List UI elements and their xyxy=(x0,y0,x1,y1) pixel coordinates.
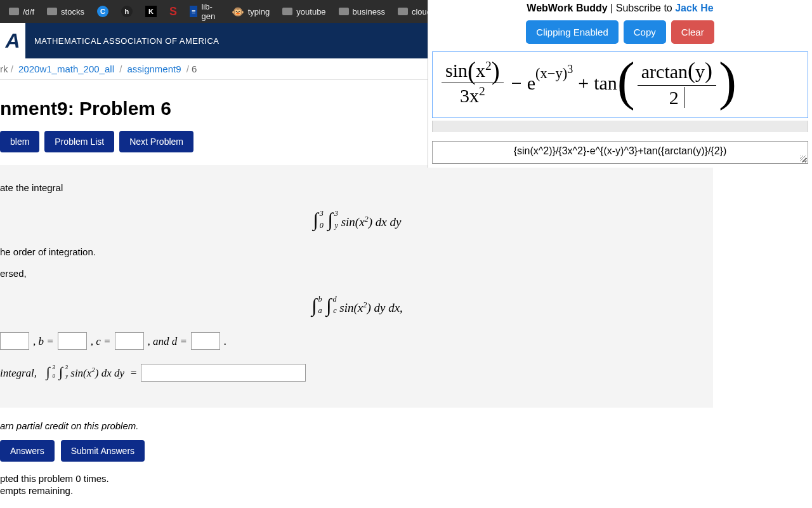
bookmark-c[interactable]: C xyxy=(92,3,114,20)
input-c[interactable] xyxy=(115,332,144,350)
site-icon: h xyxy=(121,6,133,17)
copy-button[interactable]: Copy xyxy=(624,20,666,44)
input-d[interactable] xyxy=(191,332,220,350)
code-text: {sin(x^2)}/{3x^2}-e^{(x-y)^3}+tan({arcta… xyxy=(514,145,727,156)
bookmark-label: youtube xyxy=(296,7,325,17)
bookmark-df[interactable]: /d/f xyxy=(4,4,39,19)
bookmark-k[interactable]: K xyxy=(140,3,162,20)
bookmark-label: /d/f xyxy=(23,7,34,17)
ext-title-rest: | Subscribe to xyxy=(608,3,675,13)
next-problem-button[interactable]: Next Problem xyxy=(119,131,193,152)
extension-title: WebWork Buddy | Subscribe to Jack He xyxy=(428,3,812,14)
clear-button[interactable]: Clear xyxy=(671,20,714,44)
bookmark-label: business xyxy=(353,7,385,17)
bounds-input-row: , b = , c = , and d = . xyxy=(0,332,713,350)
resize-bar[interactable] xyxy=(432,121,808,132)
prev-problem-button[interactable]: blem xyxy=(0,131,39,152)
math-integral-1: ∫30 ∫3y sin(x2) dx dy xyxy=(0,204,713,236)
partial-credit-note: arn partial credit on this problem. xyxy=(0,420,713,431)
breadcrumb-assignment[interactable]: assignment9 xyxy=(127,64,181,74)
breadcrumb-sep: / xyxy=(187,64,192,74)
bookmark-typing[interactable]: 🐵typing xyxy=(226,3,275,20)
folder-icon xyxy=(9,8,19,15)
maa-text: MATHEMATICAL ASSOCIATION OF AMERICA xyxy=(34,36,219,46)
maa-header: A MATHEMATICAL ASSOCIATION OF AMERICA xyxy=(0,23,428,58)
folder-icon xyxy=(339,8,349,15)
folder-icon xyxy=(47,8,57,15)
bookmark-label: typing xyxy=(248,7,270,17)
resize-handle-icon[interactable] xyxy=(800,156,806,162)
code-output[interactable]: {sin(x^2)}/{3x^2}-e^{(x-y)^3}+tan({arcta… xyxy=(432,141,808,164)
bookmarks-bar: /d/f stocks C h K S ≡lib-gen 🐵typing you… xyxy=(0,0,428,23)
problem-list-button[interactable]: Problem List xyxy=(44,131,114,152)
math-integral-2: ∫ba ∫dc sin(x2) dy dx, xyxy=(0,290,713,321)
math-preview: sin(x2)3x2 − e(x−y)3 + tan( arctan(y)2 ) xyxy=(432,51,808,118)
bookmark-stocks[interactable]: stocks xyxy=(42,4,89,19)
folder-icon xyxy=(282,8,292,15)
breadcrumb-sep: / xyxy=(119,64,124,74)
site-icon: ≡ xyxy=(190,6,198,17)
breadcrumb-sep: / xyxy=(11,64,16,74)
action-buttons: Answers Submit Answers xyxy=(0,440,713,462)
problem-box: ate the integral ∫30 ∫3y sin(x2) dx dy h… xyxy=(0,165,713,408)
monkey-icon: 🐵 xyxy=(232,6,244,18)
bookmark-label: lib-gen xyxy=(201,2,218,21)
ext-title-strong: WebWork Buddy xyxy=(527,3,607,13)
extension-buttons: Clipping Enabled Copy Clear xyxy=(428,20,812,44)
problem-text: ersed, xyxy=(0,266,713,281)
site-icon: S xyxy=(169,5,177,18)
submit-answers-button[interactable]: Submit Answers xyxy=(61,440,145,462)
integral-label: integral, ∫30 ∫3y sin(x2) dx dy = xyxy=(0,361,137,384)
label-dot: . xyxy=(224,333,226,350)
extension-header: WebWork Buddy | Subscribe to Jack He Cli… xyxy=(428,0,812,50)
site-icon: K xyxy=(145,6,157,17)
site-icon: C xyxy=(97,6,108,17)
maa-logo: A xyxy=(0,23,25,58)
attempts-line: empts remaining. xyxy=(0,485,713,496)
extension-panel: WebWork Buddy | Subscribe to Jack He Cli… xyxy=(428,0,812,168)
input-integral[interactable] xyxy=(141,364,306,382)
problem-text: ate the integral xyxy=(0,180,713,196)
bookmark-youtube[interactable]: youtube xyxy=(277,4,331,19)
input-a[interactable] xyxy=(0,332,29,350)
label-b: , b = xyxy=(33,333,54,350)
bookmark-libgen[interactable]: ≡lib-gen xyxy=(185,0,224,23)
breadcrumb-part: rk xyxy=(0,64,8,74)
bookmark-h[interactable]: h xyxy=(116,3,138,20)
breadcrumb-problem: 6 xyxy=(192,64,197,74)
folder-icon xyxy=(398,8,408,15)
bookmark-label: stocks xyxy=(61,7,84,17)
label-c: , c = xyxy=(91,333,111,350)
ext-title-link[interactable]: Jack He xyxy=(675,3,714,13)
integral-answer-row: integral, ∫30 ∫3y sin(x2) dx dy = xyxy=(0,361,713,384)
attempts-line: pted this problem 0 times. xyxy=(0,473,713,484)
preview-answers-button[interactable]: Answers xyxy=(0,440,55,462)
bookmark-business[interactable]: business xyxy=(334,4,390,19)
problem-text: he order of integration. xyxy=(0,244,713,260)
attempts-info: pted this problem 0 times. empts remaini… xyxy=(0,473,713,496)
clipping-toggle-button[interactable]: Clipping Enabled xyxy=(526,20,618,44)
input-b[interactable] xyxy=(58,332,87,350)
bookmark-s[interactable]: S xyxy=(164,3,182,21)
label-d: , and d = xyxy=(148,333,187,350)
breadcrumb-course[interactable]: 2020w1_math_200_all xyxy=(18,64,114,74)
